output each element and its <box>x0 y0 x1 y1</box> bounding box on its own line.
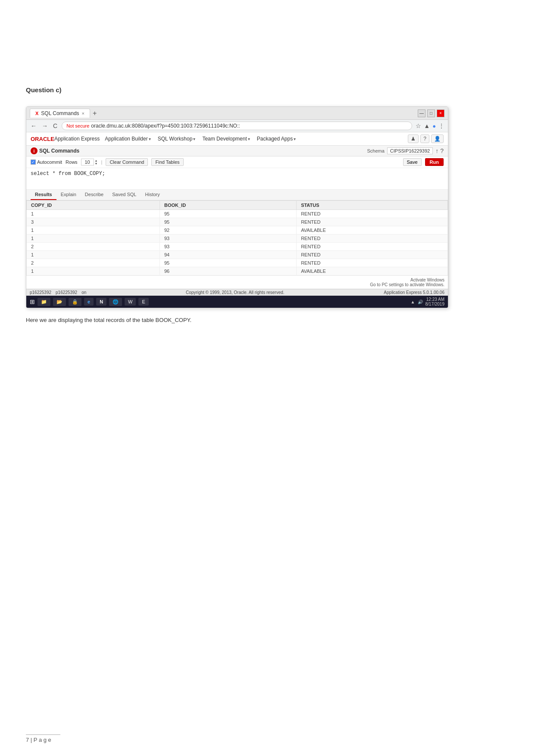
table-row: 295RENTED <box>27 259 448 267</box>
nav-sql-workshop[interactable]: SQL Workshop ▾ <box>154 134 199 144</box>
clear-command-button[interactable]: Clear Command <box>106 158 148 166</box>
run-button[interactable]: Run <box>425 158 444 166</box>
refresh-button[interactable]: C <box>52 122 58 129</box>
cell-copy-id: 1 <box>27 226 160 234</box>
find-tables-button[interactable]: Find Tables <box>151 158 183 166</box>
rows-spinner[interactable]: ▲ ▼ <box>95 159 98 165</box>
taskbar-clock: 12:23 AM 8/17/2019 <box>425 297 445 306</box>
dropdown-chevron: ▾ <box>193 137 195 141</box>
nav-icon-1[interactable]: ♟ <box>408 134 419 143</box>
save-button[interactable]: Save <box>403 158 422 166</box>
taskbar-network-icon: ▲ <box>411 300 415 304</box>
nav-user-icon[interactable]: 👤 <box>431 134 444 143</box>
title-bar: X SQL Commands × + — □ × <box>26 107 448 120</box>
sql-commands-title: i SQL Commands <box>31 147 79 154</box>
results-table-wrapper: COPY_ID BOOK_ID STATUS 195RENTED395RENTE… <box>26 200 448 289</box>
cell-copy-id: 1 <box>27 210 160 218</box>
cell-status: RENTED <box>297 218 448 226</box>
tab-describe[interactable]: Describe <box>81 190 108 200</box>
address-bar: ← → C Not secure oracle.dmu.ac.uk:8080/a… <box>26 120 448 132</box>
question-label: Question c) <box>26 86 509 94</box>
tab-history[interactable]: History <box>141 190 164 200</box>
status-copyright: Copyright © 1999, 2013, Oracle. All righ… <box>186 290 285 295</box>
help-icon[interactable]: ? <box>440 147 444 154</box>
rows-input[interactable]: 10 <box>81 159 94 166</box>
status-bar: p16225392 p16225392 on Copyright © 1999,… <box>26 289 448 296</box>
rows-label: Rows <box>66 159 78 165</box>
address-url: oracle.dmu.ac.uk:8080/apex/f?p=4500:1003… <box>91 123 240 129</box>
minimize-button[interactable]: — <box>418 109 425 117</box>
checkbox-icon: ✓ <box>31 159 36 165</box>
start-icon[interactable]: ⊞ <box>30 298 35 305</box>
tab-explain[interactable]: Explain <box>56 190 81 200</box>
table-row: 293RENTED <box>27 243 448 251</box>
autocommit-checkbox[interactable]: ✓ Autocommit <box>31 159 62 165</box>
cell-status: AVAILABLE <box>297 267 448 275</box>
table-row: 395RENTED <box>27 218 448 226</box>
cell-copy-id: 1 <box>27 267 160 275</box>
new-tab-button[interactable]: + <box>90 109 99 117</box>
spin-down[interactable]: ▼ <box>95 162 98 165</box>
cell-book-id: 94 <box>160 251 296 259</box>
taskbar-excel[interactable]: E <box>138 298 148 306</box>
nav-application-builder[interactable]: Application Builder ▾ <box>101 134 154 144</box>
address-field[interactable]: Not secure oracle.dmu.ac.uk:8080/apex/f?… <box>62 122 412 130</box>
taskbar-chrome[interactable]: 🌐 <box>109 298 122 306</box>
sql-editor[interactable]: select * from BOOK_COPY; <box>26 168 448 190</box>
status-file: p16225392 <box>56 290 77 295</box>
nav-packaged-apps[interactable]: Packaged Apps ▾ <box>253 134 299 144</box>
cell-book-id: 95 <box>160 218 296 226</box>
forward-button[interactable]: → <box>41 122 49 129</box>
menu-icon[interactable]: ⋮ <box>438 122 444 129</box>
taskbar-word[interactable]: W <box>125 298 136 306</box>
table-header-row: COPY_ID BOOK_ID STATUS <box>27 201 448 210</box>
taskbar-folder[interactable]: 📂 <box>53 298 66 306</box>
dropdown-chevron: ▾ <box>149 137 151 141</box>
taskbar-n[interactable]: N <box>96 298 106 306</box>
oracle-red-text: ORACLE <box>31 136 54 142</box>
nav-team-development[interactable]: Team Development ▾ <box>199 134 253 144</box>
restore-button[interactable]: □ <box>427 109 435 117</box>
help-up-icon[interactable]: ↑ <box>435 147 438 154</box>
dropdown-chevron: ▾ <box>294 137 296 141</box>
taskbar-ie[interactable]: e <box>84 298 94 306</box>
cell-copy-id: 1 <box>27 251 160 259</box>
browser-tab[interactable]: X SQL Commands × <box>30 109 90 118</box>
status-user: p16225392 <box>30 290 51 295</box>
taskbar-lock[interactable]: 🔒 <box>69 298 81 306</box>
nav-icon-2[interactable]: ? <box>420 134 429 143</box>
extension-icon[interactable]: ● <box>432 123 436 129</box>
taskbar-explorer[interactable]: 📁 <box>38 298 50 306</box>
back-button[interactable]: ← <box>30 122 38 129</box>
autocommit-label: Autocommit <box>37 159 62 165</box>
tab-saved-sql[interactable]: Saved SQL <box>108 190 141 200</box>
cell-book-id: 95 <box>160 259 296 267</box>
results-tabs: Results Explain Describe Saved SQL Histo… <box>26 190 448 200</box>
activate-windows-area: Activate Windows Go to PC settings to ac… <box>26 275 448 289</box>
table-row: 192AVAILABLE <box>27 226 448 234</box>
cell-status: RENTED <box>297 251 448 259</box>
spin-up[interactable]: ▲ <box>95 159 98 162</box>
taskbar-time: 12:23 AM <box>425 297 445 302</box>
sql-query: select * from BOOK_COPY; <box>31 171 105 177</box>
table-row: 196AVAILABLE <box>27 267 448 275</box>
browser-actions: ☆ ▲ ● ⋮ <box>416 122 444 129</box>
cell-book-id: 95 <box>160 210 296 218</box>
schema-value: CIPSSIP16229392 <box>387 147 433 154</box>
taskbar-right: ▲ 🔊 12:23 AM 8/17/2019 <box>411 297 444 306</box>
star-icon[interactable]: ☆ <box>416 122 421 129</box>
bookmark-icon[interactable]: ▲ <box>424 122 430 129</box>
close-button[interactable]: × <box>437 109 444 117</box>
tab-results[interactable]: Results <box>31 190 56 200</box>
tab-title: SQL Commands <box>41 110 79 116</box>
oracle-logo: ORACLE Application Express <box>31 136 100 142</box>
window-controls: — □ × <box>418 109 444 117</box>
dropdown-chevron: ▾ <box>248 137 250 141</box>
tab-close-icon[interactable]: × <box>82 111 84 116</box>
status-on: on <box>81 290 86 295</box>
cell-book-id: 93 <box>160 243 296 251</box>
page-footer: 7 | P a g e <box>26 734 60 743</box>
cell-status: RENTED <box>297 234 448 243</box>
taskbar-sound-icon: 🔊 <box>418 300 423 304</box>
cell-copy-id: 1 <box>27 234 160 243</box>
